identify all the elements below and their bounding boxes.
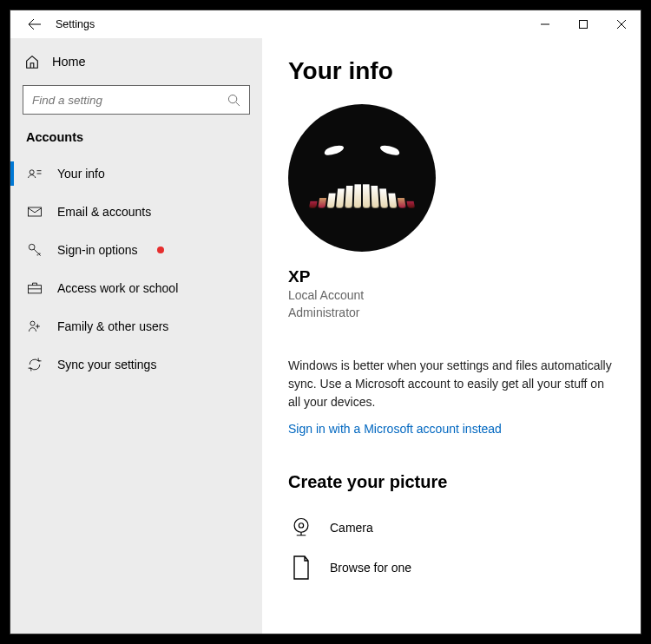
account-role: Administrator	[288, 304, 615, 321]
account-picture	[288, 104, 436, 252]
svg-rect-3	[29, 207, 42, 216]
browse-label: Browse for one	[330, 561, 411, 575]
sync-icon	[26, 356, 43, 373]
svg-rect-0	[580, 21, 588, 29]
account-type: Local Account	[288, 286, 615, 304]
mail-icon	[26, 203, 43, 220]
svg-point-7	[294, 518, 308, 532]
key-icon	[26, 241, 43, 259]
sidebar-item-sync-settings[interactable]: Sync your settings	[10, 345, 262, 384]
page-title: Your info	[288, 57, 615, 85]
sidebar-item-label: Your info	[57, 167, 105, 181]
sidebar: Home Accounts Your info Emai	[10, 38, 262, 634]
camera-icon	[288, 515, 314, 541]
browse-file-icon	[288, 555, 314, 581]
svg-point-6	[30, 321, 35, 325]
sidebar-item-label: Access work or school	[57, 281, 178, 295]
sidebar-nav: Your info Email & accounts Sign-in optio…	[10, 154, 262, 384]
picture-section-heading: Create your picture	[288, 472, 615, 492]
minimize-button[interactable]	[526, 10, 564, 38]
main-content: Your info XP Local Account Administrator…	[262, 38, 641, 634]
home-icon	[24, 54, 40, 69]
search-icon	[227, 94, 240, 107]
sidebar-section-header: Accounts	[10, 130, 262, 154]
maximize-icon	[579, 20, 588, 29]
camera-label: Camera	[330, 521, 373, 535]
sidebar-item-label: Sync your settings	[57, 358, 156, 371]
svg-point-1	[228, 95, 236, 102]
sidebar-item-family-other-users[interactable]: Family & other users	[10, 307, 262, 345]
window-title: Settings	[52, 18, 95, 30]
maximize-button[interactable]	[564, 10, 602, 38]
search-input[interactable]	[32, 94, 220, 107]
sign-in-microsoft-link[interactable]: Sign in with a Microsoft account instead	[288, 422, 502, 436]
sidebar-home-label: Home	[52, 55, 86, 69]
back-arrow-icon	[28, 17, 42, 31]
sidebar-item-email-accounts[interactable]: Email & accounts	[10, 193, 262, 231]
minimize-icon	[541, 20, 549, 29]
sidebar-home[interactable]: Home	[10, 45, 262, 78]
account-username: XP	[288, 267, 615, 286]
alert-dot-icon	[157, 246, 164, 253]
camera-option[interactable]: Camera	[288, 508, 615, 548]
user-card-icon	[26, 165, 43, 182]
svg-point-8	[299, 522, 303, 527]
search-box[interactable]	[23, 85, 250, 115]
sync-description: Windows is better when your settings and…	[288, 357, 615, 411]
family-icon	[26, 318, 43, 335]
sidebar-item-label: Sign-in options	[57, 243, 138, 257]
svg-point-2	[30, 170, 34, 174]
svg-point-4	[29, 244, 35, 250]
settings-window: Settings Home Accounts	[10, 10, 641, 634]
sidebar-item-label: Email & accounts	[57, 205, 151, 219]
browse-option[interactable]: Browse for one	[288, 548, 615, 588]
close-button[interactable]	[602, 10, 641, 38]
back-button[interactable]	[17, 10, 52, 38]
sidebar-item-access-work-school[interactable]: Access work or school	[10, 269, 262, 307]
close-icon	[617, 20, 626, 29]
sidebar-item-your-info[interactable]: Your info	[10, 154, 262, 193]
sidebar-item-sign-in-options[interactable]: Sign-in options	[10, 231, 262, 269]
sidebar-item-label: Family & other users	[57, 319, 168, 333]
titlebar: Settings	[10, 10, 641, 38]
briefcase-icon	[26, 279, 43, 297]
